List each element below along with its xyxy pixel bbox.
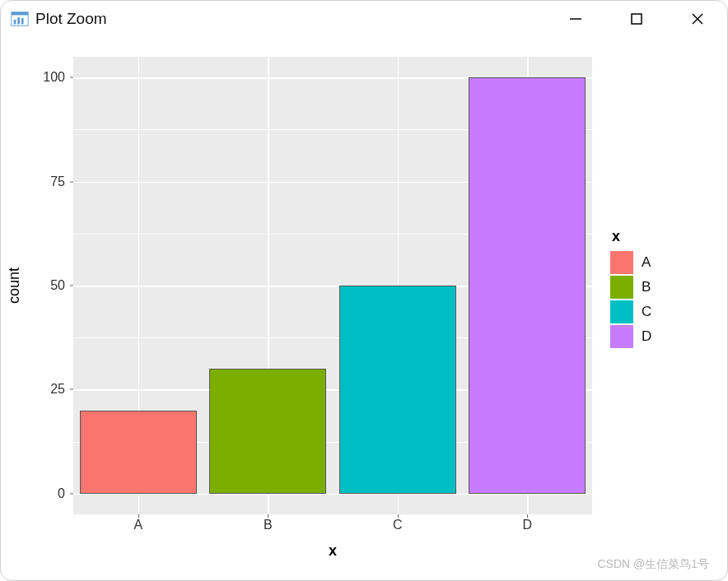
x-tick-mark — [398, 514, 399, 518]
svg-rect-2 — [14, 20, 16, 24]
svg-rect-1 — [12, 12, 28, 16]
watermark: CSDN @生信菜鸟1号 — [597, 557, 709, 572]
app-window: Plot Zoom count x x ABCD CSDN @生信菜鸟1号 02… — [0, 0, 728, 581]
legend: x ABCD — [610, 228, 717, 349]
y-tick-label: 75 — [1, 174, 65, 189]
y-tick-label: 100 — [1, 70, 65, 85]
window-title: Plot Zoom — [35, 10, 107, 28]
bar — [469, 77, 586, 493]
y-tick-mark — [70, 389, 73, 390]
legend-swatch — [610, 276, 633, 299]
y-tick-mark — [70, 493, 73, 494]
legend-title: x — [610, 228, 717, 245]
app-icon — [11, 10, 29, 28]
legend-swatch — [610, 300, 633, 323]
maximize-button[interactable] — [627, 9, 646, 29]
x-tick-label: C — [393, 518, 403, 532]
minimize-button[interactable] — [566, 9, 586, 29]
close-button[interactable] — [688, 9, 707, 29]
legend-item: C — [610, 300, 717, 324]
bar — [80, 411, 197, 494]
y-tick-label: 25 — [1, 382, 65, 397]
y-tick-label: 0 — [1, 486, 65, 501]
y-tick-mark — [70, 77, 73, 78]
y-tick-mark — [70, 286, 73, 286]
y-tick-label: 50 — [1, 278, 65, 293]
legend-label: A — [642, 254, 651, 271]
legend-label: C — [642, 304, 651, 320]
legend-swatch — [610, 325, 633, 348]
chart-panel — [73, 57, 592, 514]
svg-rect-4 — [21, 18, 24, 24]
window-controls — [566, 9, 716, 29]
legend-label: B — [642, 279, 651, 295]
legend-item: D — [610, 324, 717, 349]
y-tick-mark — [70, 181, 73, 182]
plot-area: count x x ABCD CSDN @生信菜鸟1号 0255075100AB… — [1, 37, 727, 580]
legend-label: D — [642, 328, 651, 345]
titlebar: Plot Zoom — [1, 1, 727, 37]
bar — [339, 286, 456, 494]
bar — [209, 369, 326, 494]
legend-swatch — [610, 251, 633, 274]
legend-item: B — [610, 275, 717, 300]
x-tick-label: D — [522, 518, 532, 532]
x-tick-mark — [268, 514, 268, 518]
legend-item: A — [610, 250, 717, 275]
svg-rect-3 — [17, 17, 20, 24]
svg-rect-6 — [632, 14, 642, 24]
gridline-h — [73, 494, 592, 495]
x-tick-label: A — [133, 518, 142, 532]
x-tick-mark — [527, 514, 528, 518]
x-tick-mark — [138, 514, 139, 518]
x-axis-label: x — [329, 542, 337, 560]
x-tick-label: B — [264, 518, 273, 532]
